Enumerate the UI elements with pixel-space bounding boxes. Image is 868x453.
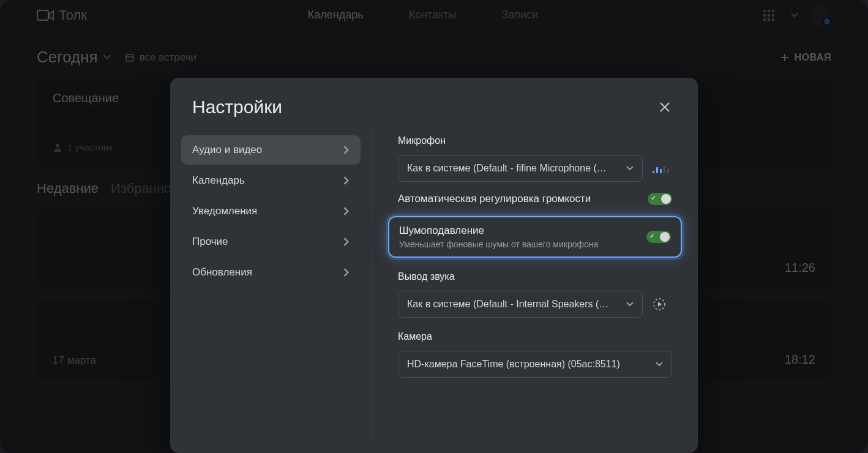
chevron-right-icon — [343, 238, 350, 246]
noise-suppression-label: Шумоподавление — [399, 225, 598, 237]
chevron-right-icon — [343, 207, 350, 215]
camera-label: Камера — [398, 331, 676, 342]
modal-title: Настройки — [192, 97, 282, 118]
chevron-down-icon — [626, 166, 634, 171]
chevron-right-icon — [343, 176, 350, 185]
output-label: Вывод звука — [398, 271, 676, 282]
sidebar-item-notifications[interactable]: Уведомления — [181, 197, 361, 226]
output-value: Как в системе (Default - Internal Speake… — [407, 299, 608, 310]
auto-gain-row: Автоматическая регулировка громкости — [398, 190, 672, 208]
modal-header: Настройки — [170, 78, 698, 129]
chevron-right-icon — [343, 146, 350, 154]
settings-modal: Настройки Аудио и видео Календарь Уведом… — [170, 78, 698, 453]
settings-sidebar: Аудио и видео Календарь Уведомления Проч… — [170, 129, 372, 441]
close-icon — [657, 100, 672, 114]
auto-gain-toggle[interactable] — [648, 193, 672, 205]
settings-panel-audio-video: Микрофон Как в системе (Default - fifine… — [372, 129, 698, 441]
sidebar-item-audio-video[interactable]: Аудио и видео — [181, 135, 361, 165]
sidebar-item-other[interactable]: Прочие — [181, 227, 361, 256]
chevron-right-icon — [343, 268, 350, 277]
noise-suppression-row: Шумоподавление Уменьшает фоновые шумы от… — [388, 216, 682, 258]
sidebar-item-calendar[interactable]: Календарь — [181, 166, 361, 195]
sidebar-item-updates[interactable]: Обновления — [181, 258, 361, 287]
auto-gain-label: Автоматическая регулировка громкости — [398, 193, 591, 205]
sidebar-item-label: Обновления — [192, 266, 252, 279]
chevron-down-icon — [626, 302, 634, 307]
microphone-label: Микрофон — [398, 135, 676, 146]
mic-level-meter — [653, 163, 669, 173]
sidebar-item-label: Аудио и видео — [192, 144, 262, 156]
noise-suppression-desc: Уменьшает фоновые шумы от вашего микрофо… — [399, 239, 598, 249]
test-output-button[interactable] — [653, 298, 666, 311]
microphone-value: Как в системе (Default - fifine Micropho… — [407, 163, 607, 174]
sidebar-item-label: Уведомления — [192, 205, 257, 217]
noise-suppression-toggle[interactable] — [646, 231, 671, 243]
close-button[interactable] — [654, 96, 676, 118]
camera-value: HD-камера FaceTime (встроенная) (05ac:85… — [407, 359, 620, 370]
microphone-select[interactable]: Как в системе (Default - fifine Micropho… — [398, 155, 643, 182]
chevron-down-icon — [656, 362, 663, 367]
sidebar-item-label: Календарь — [192, 174, 245, 187]
camera-select[interactable]: HD-камера FaceTime (встроенная) (05ac:85… — [398, 351, 672, 378]
sidebar-item-label: Прочие — [192, 236, 228, 248]
output-select[interactable]: Как в системе (Default - Internal Speake… — [398, 291, 643, 318]
